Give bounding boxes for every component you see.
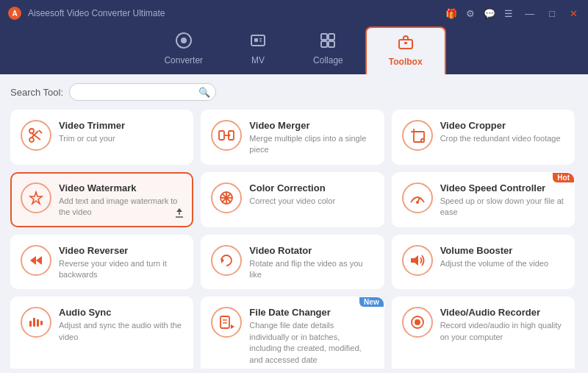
video-merger-icon [211,120,242,151]
nav-bar: Converter MV Collage [0,26,588,74]
maximize-button[interactable]: □ [546,7,558,21]
tool-card-video-merger[interactable]: Video MergerMerge multiple clips into a … [201,110,384,165]
video-speed-controller-icon [402,182,433,213]
color-correction-name: Color Correction [249,182,373,193]
tool-card-video-speed-controller[interactable]: Video Speed ControllerSpeed up or slow d… [392,172,575,227]
collage-icon [320,32,336,52]
title-bar-left: A Aiseesoft Video Converter Ultimate [7,6,165,21]
svg-marker-29 [176,208,182,212]
video-speed-controller-name: Video Speed Controller [440,182,564,193]
video-rotator-icon [211,245,242,276]
video-rotator-name: Video Rotator [249,245,373,256]
menu-icon[interactable]: ☰ [504,8,513,19]
svg-rect-42 [29,321,32,327]
tool-card-file-date-changer[interactable]: File Date ChangerChange file date detail… [201,296,384,369]
svg-line-18 [39,130,42,133]
video-trimmer-name: Video Trimmer [59,120,183,131]
svg-text:A: A [12,10,17,18]
svg-rect-19 [219,131,224,140]
upload-icon [174,207,184,220]
volume-booster-name: Volume Booster [440,245,564,256]
video-cropper-text: Video CropperCrop the redundant video fo… [440,120,564,144]
video-reverser-text: Video ReverserReverse your video and tur… [59,245,183,281]
video-merger-name: Video Merger [249,120,373,131]
nav-collage-label: Collage [313,55,343,65]
file-date-changer-desc: Change file date details individually or… [249,320,373,366]
svg-rect-13 [404,42,407,44]
settings-icon[interactable]: ⚙ [466,8,475,19]
color-correction-text: Color CorrectionCorrect your video color [249,182,373,207]
nav-collage[interactable]: Collage [291,26,365,74]
video-reverser-desc: Reverse your video and turn it backwards [59,258,183,281]
tool-card-video-rotator[interactable]: Video RotatorRotate and flip the video a… [201,235,384,290]
video-watermark-icon [21,182,51,213]
minimize-button[interactable]: — [522,7,537,21]
svg-point-14 [29,129,34,133]
svg-rect-43 [33,318,35,327]
video-speed-controller-badge: Hot [553,173,574,182]
tool-card-audio-sync[interactable]: Audio SyncAdjust and sync the audio with… [10,296,193,369]
svg-rect-9 [329,34,334,40]
video-audio-recorder-desc: Record video/audio in high quality on yo… [440,320,564,343]
gift-icon[interactable]: 🎁 [445,8,457,19]
app-logo: A [7,6,22,21]
video-trimmer-text: Video TrimmerTrim or cut your [59,120,183,144]
file-date-changer-icon [211,307,242,338]
svg-rect-44 [37,319,39,327]
converter-icon [176,32,192,52]
search-icon[interactable]: 🔍 [198,87,210,98]
color-correction-desc: Correct your video color [249,196,373,207]
audio-sync-text: Audio SyncAdjust and sync the audio with… [59,307,183,343]
volume-booster-text: Volume BoosterAdjust the volume of the v… [440,245,564,269]
video-reverser-name: Video Reverser [59,245,183,256]
svg-marker-41 [411,255,418,266]
video-watermark-text: Video WatermarkAdd text and image waterm… [59,182,183,219]
audio-sync-name: Audio Sync [59,307,183,318]
svg-rect-8 [321,34,327,40]
video-rotator-text: Video RotatorRotate and flip the video a… [249,245,373,281]
video-merger-text: Video MergerMerge multiple clips into a … [249,120,373,156]
tool-card-video-trimmer[interactable]: Video TrimmerTrim or cut your [10,110,193,165]
file-date-changer-badge: New [359,297,384,307]
video-trimmer-desc: Trim or cut your [59,133,183,144]
nav-converter[interactable]: Converter [142,26,225,74]
tool-card-video-cropper[interactable]: Video CropperCrop the redundant video fo… [392,110,575,165]
search-bar: Search Tool: 🔍 [10,83,578,101]
video-audio-recorder-text: Video/Audio RecorderRecord video/audio i… [440,307,564,343]
video-trimmer-icon [21,120,51,151]
svg-marker-38 [30,256,36,265]
search-input[interactable] [69,83,216,101]
svg-rect-45 [40,321,43,325]
nav-toolbox[interactable]: Toolbox [365,26,446,74]
video-cropper-name: Video Cropper [440,120,564,131]
volume-booster-icon [402,245,433,276]
svg-rect-7 [259,40,262,42]
tool-card-video-reverser[interactable]: Video ReverserReverse your video and tur… [10,235,193,290]
tools-grid: Video TrimmerTrim or cut yourVideo Merge… [10,110,578,369]
svg-point-3 [181,38,187,43]
chat-icon[interactable]: 💬 [484,8,495,19]
video-audio-recorder-name: Video/Audio Recorder [440,307,564,318]
svg-point-15 [29,138,34,142]
tool-card-video-audio-recorder[interactable]: Video/Audio RecorderRecord video/audio i… [392,296,575,369]
tool-card-color-correction[interactable]: Color CorrectionCorrect your video color [201,172,384,227]
audio-sync-icon [21,307,51,338]
file-date-changer-text: File Date ChangerChange file date detail… [249,307,373,366]
video-cropper-icon [402,120,433,151]
svg-point-51 [415,319,420,325]
toolbox-icon [398,34,414,54]
svg-marker-39 [36,256,42,265]
tool-card-volume-booster[interactable]: Volume BoosterAdjust the volume of the v… [392,235,575,290]
svg-rect-6 [259,38,262,40]
nav-mv[interactable]: MV [225,26,291,74]
video-audio-recorder-icon [402,307,433,338]
svg-rect-5 [254,38,258,42]
volume-booster-desc: Adjust the volume of the video [440,258,564,269]
close-button[interactable]: ✕ [567,7,581,21]
nav-mv-label: MV [251,55,265,65]
svg-rect-10 [321,41,327,47]
video-merger-desc: Merge multiple clips into a single piece [249,133,373,156]
video-speed-controller-text: Video Speed ControllerSpeed up or slow d… [440,182,564,219]
tool-card-video-watermark[interactable]: Video WatermarkAdd text and image waterm… [10,172,193,227]
svg-rect-11 [329,41,334,47]
